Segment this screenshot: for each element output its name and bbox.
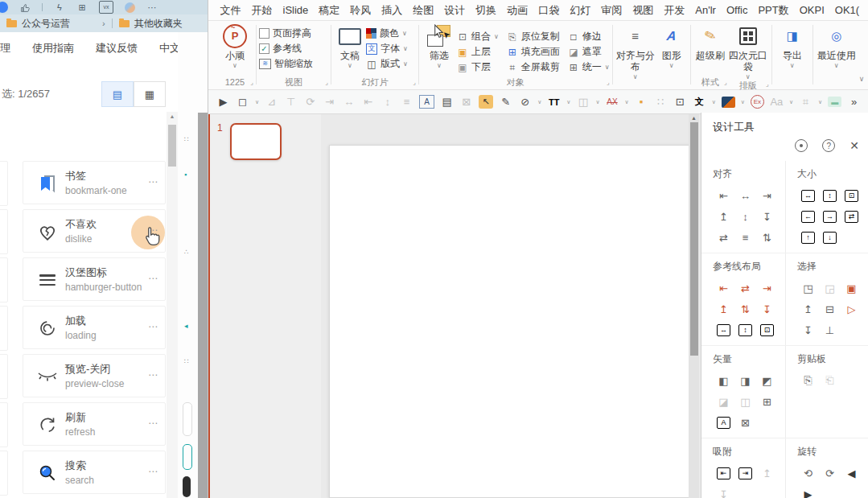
flip-v-icon[interactable]: ▶ bbox=[797, 484, 819, 498]
card-bookmark-one[interactable]: 书签 bookmark-one ⋯ bbox=[23, 161, 166, 204]
fit-page-icon[interactable]: ⊡ bbox=[841, 185, 862, 206]
trim-edge-button[interactable]: □修边 bbox=[568, 29, 610, 44]
doc-compare-icon[interactable]: ◫ bbox=[576, 93, 590, 111]
bool-intersect-icon[interactable]: ◩ bbox=[756, 370, 778, 391]
guide-middle-icon[interactable]: ⇅ bbox=[734, 298, 756, 319]
checkbox-unchecked[interactable] bbox=[259, 28, 269, 39]
settings-icon[interactable] bbox=[795, 139, 808, 152]
nav-guide[interactable]: 使用指南 bbox=[32, 41, 74, 56]
clear-format-icon[interactable]: AX bbox=[606, 93, 619, 111]
scroll-up-arrow[interactable]: ▲ bbox=[689, 115, 699, 121]
text-frame-icon[interactable]: 文 bbox=[693, 93, 706, 111]
card-refresh[interactable]: 刷新 refresh ⋯ bbox=[23, 402, 166, 446]
dialog-launcher[interactable]: ⌟ bbox=[766, 79, 769, 89]
card-more-button[interactable]: ⋯ bbox=[148, 369, 158, 381]
tab-视图[interactable]: 视图 bbox=[627, 0, 659, 20]
slide-canvas[interactable] bbox=[329, 145, 690, 498]
card-loading[interactable]: 加载 loading ⋯ bbox=[23, 306, 166, 349]
tab-An'lr[interactable]: An'lr bbox=[690, 0, 722, 20]
flip-h-icon[interactable]: ◀ bbox=[841, 463, 862, 484]
extend-up-icon[interactable]: ↑ bbox=[797, 227, 819, 248]
more-icon[interactable]: ⋯ bbox=[146, 2, 158, 13]
lasso-icon[interactable]: ▷ bbox=[841, 298, 862, 319]
checkbox-checked[interactable]: ✓ bbox=[259, 43, 269, 54]
super-brush-button[interactable]: ✎ 超级刷 bbox=[693, 23, 727, 77]
tab-聆风[interactable]: 聆风 bbox=[345, 0, 376, 20]
layer-down-button[interactable]: ▣下层 bbox=[457, 60, 499, 75]
nav-manage[interactable]: 管理 bbox=[0, 41, 10, 56]
vector-text-icon[interactable]: A bbox=[713, 412, 734, 433]
snap-right-icon[interactable]: ⇥ bbox=[734, 463, 756, 484]
extend-right-icon[interactable]: → bbox=[819, 206, 841, 227]
snap-down-icon[interactable]: ↧ bbox=[713, 484, 734, 498]
tab-插入[interactable]: 插入 bbox=[376, 0, 408, 20]
card-dislike[interactable]: 不喜欢 dislike ⋯ bbox=[23, 209, 166, 253]
align-bottom-icon[interactable]: ↧ bbox=[756, 206, 778, 227]
center-vertical-icon[interactable]: ↕ bbox=[381, 93, 394, 111]
help-icon[interactable]: ? bbox=[822, 139, 835, 152]
layer-up-button[interactable]: ▣上层 bbox=[457, 44, 499, 60]
bool-subtract-icon[interactable]: ◨ bbox=[734, 370, 756, 391]
copy-inplace-button[interactable]: ⎘原位复制 bbox=[507, 29, 560, 44]
distribute-v-icon[interactable]: ⇅ bbox=[756, 227, 778, 248]
bookmark-folder-a[interactable]: 公众号运营 bbox=[22, 17, 70, 31]
smart-zoom-button[interactable]: 智能缩放 bbox=[259, 56, 328, 72]
tab-开始[interactable]: 开始 bbox=[246, 0, 278, 20]
marquee-icon[interactable]: ⌗ bbox=[799, 93, 812, 111]
chart-icon[interactable]: ⊿ bbox=[265, 93, 278, 111]
remove-style-icon[interactable]: ⊘ bbox=[518, 93, 532, 111]
font-button[interactable]: 字体∨ bbox=[366, 41, 416, 56]
bookmark-folder-b[interactable]: 其他收藏夹 bbox=[134, 17, 183, 31]
tab-切换[interactable]: 切换 bbox=[471, 0, 502, 20]
guide-v-icon[interactable]: ↕ bbox=[734, 319, 756, 340]
ex-badge-icon[interactable]: Ex bbox=[751, 95, 764, 109]
text-box-icon[interactable]: A bbox=[419, 95, 434, 109]
more-tools-icon[interactable]: » bbox=[847, 93, 861, 111]
layout-button[interactable]: 版式∨ bbox=[366, 56, 416, 72]
guide-top-icon[interactable]: ↥ bbox=[713, 298, 734, 319]
card-more-button[interactable]: ⋯ bbox=[148, 418, 158, 429]
layer-stack-icon[interactable]: ⊡ bbox=[673, 93, 687, 111]
tab-iSlide[interactable]: iSlide bbox=[278, 0, 314, 20]
guide-bottom-icon[interactable]: ↧ bbox=[756, 298, 778, 319]
dialog-launcher[interactable]: ⌟ bbox=[325, 77, 328, 88]
shape-button[interactable]: A 图形 ∨ bbox=[656, 23, 688, 80]
tab-幻灯[interactable]: 幻灯 bbox=[565, 0, 596, 20]
format-brush-icon[interactable]: ✎ bbox=[499, 93, 512, 111]
slideshow-icon[interactable]: ▶ bbox=[216, 93, 230, 111]
guide-right-icon[interactable]: ⇥ bbox=[756, 278, 778, 298]
card-more-button[interactable]: ⋯ bbox=[148, 273, 158, 284]
snap-up-icon[interactable]: ↥ bbox=[756, 463, 778, 484]
title-card-icon[interactable]: ▤ bbox=[440, 93, 454, 111]
new-tab-icon[interactable]: ⊞ bbox=[76, 2, 88, 13]
text-tools-icon[interactable]: TT bbox=[547, 93, 561, 111]
recent-use-button[interactable]: ◎ 最近使用 ∨ bbox=[816, 23, 858, 77]
card-more-button[interactable]: ⋯ bbox=[148, 466, 158, 477]
full-crop-button[interactable]: ⌗全屏裁剪 bbox=[507, 60, 560, 75]
guide-page-icon[interactable]: ⊡ bbox=[756, 319, 778, 340]
color-button[interactable]: 颜色∨ bbox=[366, 26, 416, 41]
smart-select-icon[interactable]: ↖ bbox=[479, 95, 493, 109]
distribute-icon[interactable]: ≡ bbox=[400, 93, 413, 111]
bring-top-icon[interactable]: ↥ bbox=[797, 298, 819, 319]
align-top-icon[interactable]: ⊤ bbox=[284, 93, 298, 111]
insert-shapes-icon[interactable]: ◻ bbox=[236, 93, 249, 111]
copy-icon[interactable]: ⎘ bbox=[797, 370, 819, 391]
slide-thumbnail[interactable] bbox=[230, 123, 282, 160]
export-button[interactable]: ◨ 导出 ∨ bbox=[775, 23, 810, 77]
page-boost-checkbox[interactable]: 页面撑高 bbox=[259, 26, 328, 41]
card-more-button[interactable]: ⋯ bbox=[148, 321, 158, 332]
tab-OK1([interactable]: OK1( bbox=[829, 0, 864, 20]
pocket-4d-button[interactable]: 四次元口袋 ∨ bbox=[727, 23, 769, 80]
guide-left-icon[interactable]: ⇤ bbox=[713, 278, 734, 298]
fit-height-icon[interactable]: ↕ bbox=[819, 185, 841, 206]
tab-口袋[interactable]: 口袋 bbox=[533, 0, 565, 20]
rotate-object-icon[interactable]: ⟳ bbox=[303, 93, 317, 111]
tab-OKPI[interactable]: OKPI bbox=[794, 0, 829, 20]
theme-colors-icon[interactable] bbox=[722, 97, 735, 108]
dialog-launcher[interactable]: ⌟ bbox=[413, 77, 416, 88]
align-left-icon[interactable]: ⇤ bbox=[713, 185, 734, 206]
list-view-button[interactable]: ▤ bbox=[101, 81, 134, 107]
tab-设计[interactable]: 设计 bbox=[439, 0, 471, 20]
combine-button[interactable]: ⊡组合∨ bbox=[457, 29, 499, 44]
